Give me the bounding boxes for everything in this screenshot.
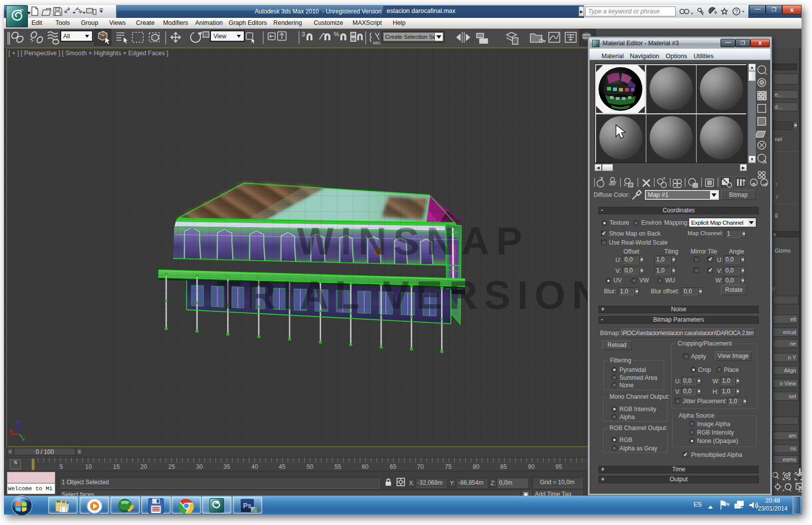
svg-text:%: % — [334, 31, 339, 38]
svg-text:All: All — [63, 33, 70, 40]
svg-text:x: x — [9, 428, 12, 434]
svg-text:z: z — [17, 419, 19, 424]
svg-text:?: ? — [735, 8, 738, 14]
svg-text:Create Selection Se: Create Selection Se — [385, 34, 436, 40]
svg-text:View: View — [213, 33, 226, 40]
svg-text:3: 3 — [302, 30, 305, 38]
svg-text:ABC: ABC — [373, 41, 381, 45]
svg-text:y: y — [22, 437, 25, 441]
